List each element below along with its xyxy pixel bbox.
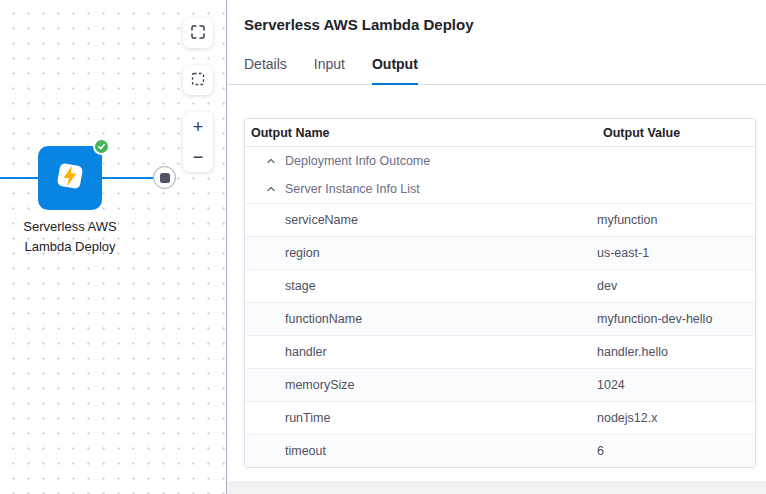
output-value: myfunction [597, 213, 755, 227]
table-row: runTime nodejs12.x [245, 401, 755, 434]
table-row: memorySize 1024 [245, 368, 755, 401]
step-node-lambda-deploy[interactable] [38, 146, 102, 210]
chevron-up-icon[interactable] [266, 156, 276, 166]
output-name: serviceName [245, 213, 597, 227]
output-value: 6 [597, 444, 755, 458]
table-row: functionName myfunction-dev-hello [245, 302, 755, 335]
zoom-controls: + − [183, 112, 213, 172]
output-name: region [245, 246, 597, 260]
output-name: runTime [245, 411, 597, 425]
marquee-select-icon [191, 72, 205, 89]
chevron-up-icon[interactable] [266, 184, 276, 194]
marquee-select-button[interactable] [183, 65, 213, 95]
table-row: handler handler.hello [245, 335, 755, 368]
zoom-in-icon: + [193, 117, 204, 137]
output-value: 1024 [597, 378, 755, 392]
edge-incoming [0, 177, 39, 179]
output-name: handler [245, 345, 597, 359]
table-row: timeout 6 [245, 434, 755, 467]
node-label: Serverless AWS Lambda Deploy [8, 217, 132, 257]
zoom-out-button[interactable]: − [183, 142, 213, 172]
fit-view-button[interactable] [183, 18, 213, 48]
lambda-bolt-icon [51, 157, 89, 199]
pipeline-canvas[interactable]: + − Serverless AWS Lambda Deploy [0, 0, 227, 494]
table-header: Output Name Output Value [245, 119, 755, 147]
output-name: functionName [245, 312, 597, 326]
zoom-in-button[interactable]: + [183, 112, 213, 142]
column-output-value: Output Value [597, 126, 755, 140]
stack-icon [160, 173, 170, 183]
column-output-name: Output Name [245, 126, 597, 140]
tab-bar: Details Input Output [227, 56, 766, 85]
output-name: timeout [245, 444, 597, 458]
output-value: nodejs12.x [597, 411, 755, 425]
table-row: serviceName myfunction [245, 203, 755, 236]
success-check-icon [93, 138, 110, 155]
step-details-panel: Serverless AWS Lambda Deploy Details Inp… [227, 0, 766, 494]
panel-title: Serverless AWS Lambda Deploy [227, 0, 766, 33]
tab-input[interactable]: Input [314, 56, 345, 84]
output-name: stage [245, 279, 597, 293]
group-deployment-info-outcome[interactable]: Deployment Info Outcome [245, 147, 755, 175]
node-output-port[interactable] [153, 166, 176, 189]
output-value: dev [597, 279, 755, 293]
output-value: us-east-1 [597, 246, 755, 260]
group-label: Server Instance Info List [285, 182, 420, 196]
group-server-instance-info-list[interactable]: Server Instance Info List [245, 175, 755, 203]
table-row: stage dev [245, 269, 755, 302]
edge-outgoing [101, 177, 153, 179]
output-value: myfunction-dev-hello [597, 312, 755, 326]
output-value: handler.hello [597, 345, 755, 359]
tab-details[interactable]: Details [244, 56, 287, 84]
output-name: memorySize [245, 378, 597, 392]
group-label: Deployment Info Outcome [285, 154, 430, 168]
tab-output[interactable]: Output [372, 56, 418, 85]
output-table: Output Name Output Value Deployment Info… [244, 118, 756, 468]
fit-view-icon [191, 25, 205, 42]
zoom-out-icon: − [193, 147, 204, 167]
table-row: region us-east-1 [245, 236, 755, 269]
panel-bottom-edge [227, 481, 766, 494]
canvas-toolbar: + − [183, 18, 213, 172]
